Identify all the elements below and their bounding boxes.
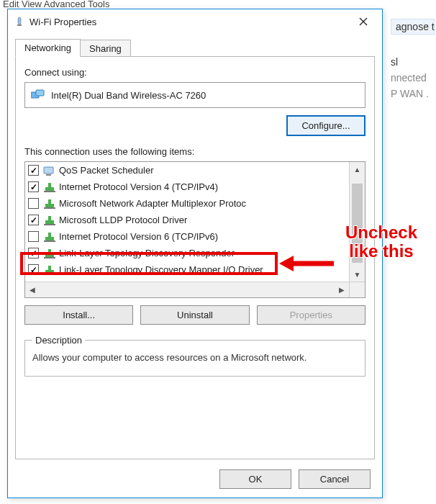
protocol-icon	[43, 198, 56, 210]
protocol-icon	[43, 231, 56, 243]
items-label: This connection uses the following items…	[24, 146, 365, 157]
list-item[interactable]: Microsoft LLDP Protocol Driver	[25, 212, 349, 228]
protocol-icon	[43, 248, 56, 259]
adapter-name: Intel(R) Dual Band Wireless-AC 7260	[51, 90, 206, 101]
ok-button[interactable]: OK	[219, 469, 291, 489]
tab-body: Connect using: Intel(R) Dual Band Wirele…	[15, 56, 375, 459]
protocol-icon	[43, 181, 56, 193]
bg-diagnose-fragment: agnose t	[391, 19, 435, 35]
scroll-down-arrow-icon[interactable]: ▼	[350, 267, 365, 282]
svg-rect-17	[44, 240, 55, 242]
tab-sharing[interactable]: Sharing	[80, 40, 131, 57]
properties-button[interactable]: Properties	[257, 305, 365, 325]
tab-networking[interactable]: Networking	[15, 39, 81, 57]
svg-rect-19	[48, 249, 51, 253]
svg-rect-22	[48, 266, 51, 270]
cancel-button[interactable]: Cancel	[299, 469, 371, 489]
list-item-label: Link-Layer Topology Discovery Mapper I/O…	[59, 264, 263, 275]
vertical-scrollbar[interactable]: ▲ ▼	[349, 162, 365, 282]
adapter-box[interactable]: Intel(R) Dual Band Wireless-AC 7260	[24, 82, 365, 108]
list-item[interactable]: Link-Layer Topology Discovery Mapper I/O…	[25, 261, 349, 278]
checkbox[interactable]	[28, 181, 39, 192]
close-button[interactable]	[349, 12, 378, 32]
wifi-properties-icon	[14, 16, 25, 27]
bg-text-connected: nnected	[391, 72, 435, 84]
protocol-icon	[43, 215, 56, 226]
items-listbox[interactable]: QoS Packet SchedulerInternet Protocol Ve…	[24, 161, 365, 298]
svg-rect-7	[48, 183, 51, 187]
svg-rect-16	[48, 233, 51, 237]
description-text: Allows your computer to access resources…	[32, 351, 358, 364]
svg-rect-3	[36, 90, 44, 96]
checkbox[interactable]	[28, 215, 39, 225]
description-group: Description Allows your computer to acce…	[24, 335, 365, 377]
svg-rect-14	[44, 224, 55, 225]
dialog-title: Wi-Fi Properties	[29, 17, 349, 27]
list-item-label: Internet Protocol Version 4 (TCP/IPv4)	[59, 181, 218, 192]
list-item-label: Microsoft Network Adapter Multiplexor Pr…	[59, 198, 246, 209]
titlebar: Wi-Fi Properties	[8, 9, 382, 34]
scroll-right-arrow-icon[interactable]: ▶	[335, 282, 349, 297]
scroll-corner	[349, 282, 365, 297]
svg-rect-1	[17, 24, 22, 26]
configure-button[interactable]: Configure...	[286, 115, 365, 136]
bg-text-wan: P WAN .	[391, 88, 435, 99]
svg-rect-11	[44, 207, 55, 209]
dialog-footer: OK Cancel	[219, 469, 371, 489]
svg-rect-4	[44, 167, 53, 174]
bg-text-sl: sl	[391, 56, 435, 68]
tab-strip: Networking Sharing	[15, 38, 382, 57]
svg-rect-10	[48, 199, 51, 204]
list-item[interactable]: Internet Protocol Version 6 (TCP/IPv6)	[25, 228, 349, 245]
list-item-label: Microsoft LLDP Protocol Driver	[59, 215, 187, 225]
install-button[interactable]: Install...	[24, 305, 133, 325]
description-legend: Description	[32, 335, 85, 346]
list-item[interactable]: Microsoft Network Adapter Multiplexor Pr…	[25, 195, 349, 212]
checkbox[interactable]	[28, 248, 39, 258]
list-item-label: QoS Packet Scheduler	[59, 165, 154, 176]
svg-rect-8	[44, 191, 55, 192]
horizontal-scrollbar[interactable]: ◀ ▶	[25, 282, 365, 297]
qos-icon	[43, 165, 56, 176]
wifi-properties-dialog: Wi-Fi Properties Networking Sharing Conn…	[7, 9, 383, 498]
svg-rect-0	[18, 17, 21, 24]
checkbox[interactable]	[28, 264, 39, 275]
uninstall-button[interactable]: Uninstall	[140, 305, 249, 325]
list-item-label: Internet Protocol Version 6 (TCP/IPv6)	[59, 231, 218, 242]
list-item[interactable]: Link-Layer Topology Discovery Responder	[25, 245, 349, 261]
svg-rect-20	[44, 257, 55, 258]
network-adapter-icon	[31, 89, 45, 101]
list-item-label: Link-Layer Topology Discovery Responder	[59, 248, 235, 258]
annotation-text: Unchecklike this	[331, 223, 432, 261]
checkbox[interactable]	[28, 231, 39, 242]
svg-rect-5	[46, 174, 51, 176]
list-item[interactable]: QoS Packet Scheduler	[25, 162, 349, 179]
bg-right-fragment: agnose t sl nnected P WAN .	[389, 14, 436, 158]
scroll-up-arrow-icon[interactable]: ▲	[350, 162, 365, 176]
checkbox[interactable]	[28, 198, 39, 209]
list-item[interactable]: Internet Protocol Version 4 (TCP/IPv4)	[25, 179, 349, 195]
checkbox[interactable]	[28, 165, 39, 176]
close-icon	[359, 17, 368, 26]
protocol-icon	[43, 264, 56, 276]
connect-using-label: Connect using:	[24, 67, 365, 78]
scroll-left-arrow-icon[interactable]: ◀	[25, 282, 40, 297]
svg-rect-23	[44, 274, 55, 275]
svg-rect-13	[48, 216, 51, 220]
